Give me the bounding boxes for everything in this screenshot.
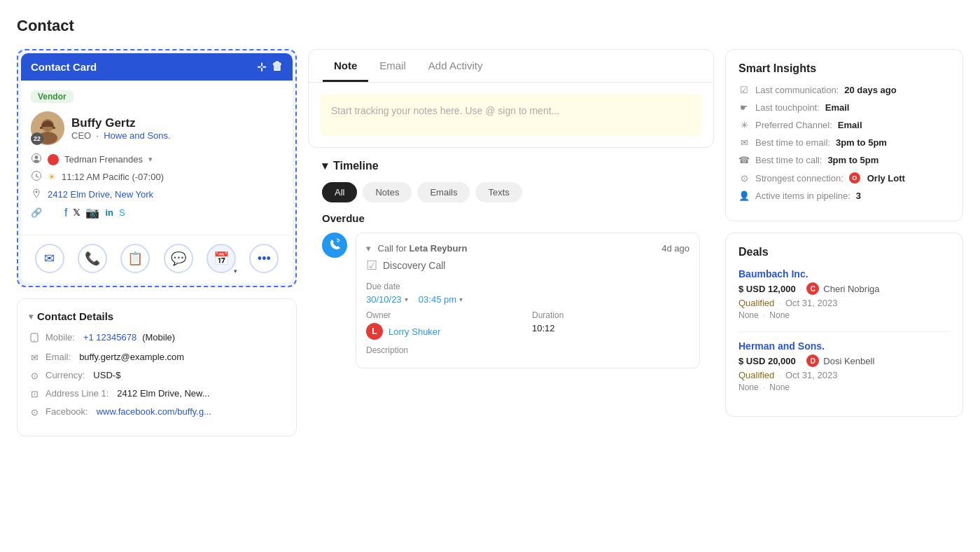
clock-icon <box>31 171 42 183</box>
smart-insights-card: Smart Insights ☑ Last communication: 20 … <box>725 49 963 221</box>
svg-point-7 <box>35 156 38 159</box>
call-person: Leta Reyburn <box>409 243 467 254</box>
tabs-panel: Note Email Add Activity Start tracking y… <box>308 49 714 148</box>
contact-details-card: ▾ Contact Details Mobile: +1 12345678 (M… <box>17 298 297 436</box>
last-comm-label: Last communication: <box>755 85 839 95</box>
pipeline-value: 3 <box>856 191 861 201</box>
sms-action-button[interactable]: 💬 <box>164 244 193 273</box>
deal-1-none-row: None · None <box>738 310 950 320</box>
email-action-button[interactable]: ✉ <box>35 244 64 273</box>
due-time-text: 03:45 pm <box>419 294 456 305</box>
facebook-label: Facebook: <box>46 406 88 417</box>
deal-1-none2: None <box>769 310 790 320</box>
calendar-action-button[interactable]: 📅 ▾ <box>206 244 236 273</box>
deal-2-amount: $ USD 20,000 <box>738 356 796 366</box>
left-column: Contact Card ⊹ 🗑 Vendor <box>17 49 297 436</box>
instagram-icon[interactable]: 📷 <box>85 206 99 219</box>
note-area[interactable]: Start tracking your notes here. Use @ si… <box>320 94 702 136</box>
linkedin-icon[interactable]: in <box>105 207 113 218</box>
due-date-select[interactable]: 30/10/23 ▾ <box>366 294 408 305</box>
timeline-owner-duration: Owner L Lorry Shuker Duration 10:12 <box>366 310 690 340</box>
address-row: 2412 Elm Drive, New York <box>31 188 283 200</box>
connection-label: Strongest connection: <box>755 173 844 184</box>
phone-action-button[interactable]: 📞 <box>78 244 107 273</box>
owner-icon <box>31 153 42 165</box>
last-comm-value: 20 days ago <box>844 85 896 95</box>
contact-company-link[interactable]: Howe and Sons. <box>104 130 170 141</box>
due-date-field: Due date 30/10/23 ▾ 03:45 pm <box>366 282 524 305</box>
main-layout: Contact Card ⊹ 🗑 Vendor <box>17 49 963 436</box>
due-time-select[interactable]: 03:45 pm ▾ <box>419 294 463 305</box>
insight-strongest-connection: ⊙ Strongest connection: O Orly Lott <box>738 172 950 184</box>
asterisk-icon: ✳ <box>738 120 750 130</box>
contact-name-block: Buffy Gertz CEO · Howe and Sons. <box>71 116 171 141</box>
contact-details-header[interactable]: ▾ Contact Details <box>29 310 285 322</box>
filter-emails[interactable]: Emails <box>417 182 470 202</box>
insight-preferred-channel: ✳ Preferred Channel: Email <box>738 120 950 130</box>
check-circle-icon: ☑ <box>366 258 377 273</box>
preferred-channel-value: Email <box>838 120 862 130</box>
deal-divider <box>738 331 950 332</box>
time-ago: 4d ago <box>662 243 690 254</box>
timeline-header[interactable]: ▾ Timeline <box>308 159 714 172</box>
twitter-x-icon[interactable]: 𝕏 <box>73 207 80 218</box>
filter-all[interactable]: All <box>322 182 357 202</box>
facebook-value[interactable]: www.facebook.com/buffy.g... <box>97 406 211 417</box>
move-icon[interactable]: ⊹ <box>257 60 266 74</box>
deal-1-name[interactable]: Baumbach Inc. <box>738 268 950 280</box>
address-link[interactable]: 2412 Elm Drive, New York <box>48 189 153 200</box>
deal-2-sep: · <box>800 356 803 366</box>
deal-2-meta: $ USD 20,000 · D Dosi Kenbell <box>738 354 950 367</box>
tab-add-activity[interactable]: Add Activity <box>417 50 494 82</box>
owner-dropdown-icon[interactable]: ▾ <box>148 155 153 164</box>
skype-icon[interactable]: S <box>119 207 125 218</box>
insight-best-call-time: ☎ Best time to call: 3pm to 5pm <box>738 155 950 165</box>
collapse-icon[interactable]: ▾ <box>366 243 371 254</box>
contact-card-label: Contact Card <box>31 61 97 73</box>
tab-note[interactable]: Note <box>323 50 368 82</box>
owner-red-badge: T <box>48 154 59 165</box>
deal-2-qualified: Qualified <box>738 370 774 380</box>
copy-action-button[interactable]: 📋 <box>120 244 150 273</box>
connection-value: Orly Lott <box>867 173 905 184</box>
deal-2-owner-badge: D <box>806 354 819 367</box>
email-detail-icon: ✉ <box>29 352 40 363</box>
timeline-chevron: ▾ <box>322 159 328 172</box>
owner-row: T Tedman Frenandes ▾ <box>31 153 283 165</box>
deals-card: Deals Baumbach Inc. $ USD 12,000 · C Che… <box>725 233 963 417</box>
duration-value: 10:12 <box>532 323 690 333</box>
link-icon: 🔗 <box>31 207 42 218</box>
deal-2-date: Oct 31, 2023 <box>785 370 837 380</box>
task-name: Discovery Call <box>383 260 445 271</box>
facebook-icon[interactable]: f <box>64 207 67 219</box>
more-action-button[interactable]: ••• <box>249 244 279 273</box>
timeline-title: Timeline <box>333 160 379 172</box>
svg-point-8 <box>34 160 39 163</box>
filter-texts[interactable]: Texts <box>475 182 522 202</box>
touchpoint-value: Email <box>825 102 850 113</box>
tab-email[interactable]: Email <box>368 50 417 82</box>
contact-card-header: Contact Card ⊹ 🗑 <box>21 53 293 81</box>
trash-icon[interactable]: 🗑 <box>272 60 283 74</box>
pipeline-icon: 👤 <box>738 191 750 201</box>
best-email-value: 3pm to 5pm <box>836 137 887 148</box>
deal-1-meta: $ USD 12,000 · C Cheri Nobriga <box>738 282 950 295</box>
touchpoint-label: Last touchpoint: <box>755 102 820 113</box>
deal-1-amount: $ USD 12,000 <box>738 284 796 294</box>
pipeline-label: Active items in pipeline: <box>755 191 850 201</box>
orly-badge: O <box>849 172 860 184</box>
card-header-icons: ⊹ 🗑 <box>257 60 283 74</box>
owner-label: Owner <box>366 310 524 320</box>
detail-email: ✉ Email: buffy.gertz@example.com <box>29 352 285 363</box>
description-block: Description <box>366 345 690 355</box>
timeline-filter: All Notes Emails Texts <box>308 182 714 202</box>
card-body: Vendor <box>21 81 293 235</box>
filter-notes[interactable]: Notes <box>363 182 412 202</box>
mobile-type: (Mobile) <box>142 332 175 343</box>
facebook-detail-icon: ⊙ <box>29 407 40 418</box>
currency-icon: ⊙ <box>29 371 40 381</box>
deal-1-owner-badge: C <box>806 282 819 295</box>
deal-2-name[interactable]: Herman and Sons. <box>738 340 950 352</box>
vendor-badge: Vendor <box>31 90 74 103</box>
phone-clock-icon: ☎ <box>738 155 750 165</box>
